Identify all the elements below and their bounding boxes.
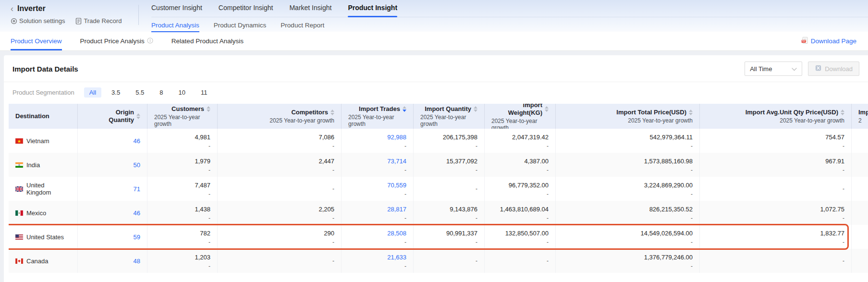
data-cell: 826,215,350.52- [556,201,700,225]
col-header-import-quantity[interactable]: Import Quantity2025 Year-to-year growth [414,104,485,129]
sort-ascending-icon [689,110,693,112]
segmentation-chip-all[interactable]: All [84,87,101,98]
data-cell: 1,832.77- [700,225,852,249]
sort-icons[interactable] [207,106,210,112]
data-cell: 1,376,779,246.00- [556,249,700,273]
cell-value: 1,463,810,689.04 [500,205,549,213]
cell-value: 96,779,352.00 [509,181,549,189]
data-cell: 21,633- [342,249,414,273]
growth-value: - [404,239,406,245]
col-header-customers[interactable]: Customers2025 Year-to-year growth [147,104,218,129]
value-link[interactable]: 59 [134,233,140,241]
table-row-united-states: United States59782-290-28,508-90,991,337… [9,225,868,249]
sort-icons[interactable] [403,106,406,112]
toolbar-tab-related-product-analysis[interactable]: Related Product Analysis [171,32,244,50]
value-link[interactable]: 46 [134,137,140,145]
col-header-competitors[interactable]: Competitors2025 Year-to-year growth [218,104,342,129]
value-link[interactable]: 70,559 [387,181,406,189]
table-row-india: India501,979-2,447-73,714-15,377,092-4,3… [9,153,868,177]
segmentation-chip-8[interactable]: 8 [154,87,168,98]
growth-value: - [547,143,549,149]
main-tab-market-insight[interactable]: Market Insight [289,4,331,12]
sort-ascending-icon [403,106,406,109]
destination-cell: Vietnam [9,129,78,153]
data-cell [852,249,868,273]
segmentation-chip-10[interactable]: 10 [173,87,190,98]
value-link[interactable]: 21,633 [387,253,406,261]
sort-ascending-icon [136,113,140,116]
toolbar-tab-product-price-analysis[interactable]: Product Price Analysis [80,32,153,50]
growth-value: - [476,186,477,192]
growth-value: - [404,215,406,221]
sort-icons[interactable] [474,106,477,112]
quick-link-solution-settings[interactable]: Solution settings [11,17,65,25]
pdf-icon: PDF [801,37,808,46]
col-header-import-trades[interactable]: Import Trades2025 Year-to-year growth [342,104,414,129]
growth-value: - [476,215,477,221]
segmentation-row: Product Segmentation All3.55.581011 [4,82,868,102]
sort-icons[interactable] [841,110,844,115]
sub-tab-product-dynamics[interactable]: Product Dynamics [214,22,267,29]
sort-descending-icon [403,110,406,112]
data-cell: 28,508- [342,225,414,249]
data-cell: 90,991,337- [414,225,485,249]
growth-value: - [208,167,210,173]
value-link[interactable]: 48 [134,257,140,265]
value-link[interactable]: 28,817 [387,205,406,213]
growth-value: - [332,143,334,149]
info-icon [147,37,153,45]
sort-ascending-icon [330,110,334,112]
data-cell: 73,714- [342,153,414,177]
cell-value: 1,072.75 [820,205,844,213]
col-header-import-total-price-usd[interactable]: Import Total Price(USD)2025 Year-to-year… [556,104,700,129]
back-icon[interactable]: ‹ [11,4,13,13]
value-link[interactable]: 50 [134,161,140,169]
column-label: Competitors [291,109,328,116]
col-header-origin-quantity[interactable]: Origin Quantity [78,104,147,129]
quick-link-trade-record[interactable]: Trade Record [75,17,122,25]
table-body: Vietnam464,981-7,086-92,988-206,175,398-… [9,129,868,273]
data-cell: 15,377,092- [414,153,485,177]
value-link[interactable]: 73,714 [387,157,406,165]
download-page-button[interactable]: PDF Download Page [801,32,856,50]
col-header-destination: Destination [9,104,78,129]
main-tab-competitor-insight[interactable]: Competitor Insight [219,4,273,12]
main-tab-customer-insight[interactable]: Customer Insight [151,4,202,12]
growth-value: - [843,143,844,149]
segmentation-chip-3-5[interactable]: 3.5 [106,87,125,98]
value-link[interactable]: 28,508 [387,229,406,237]
download-button[interactable]: Download [808,61,859,76]
data-cell [852,153,868,177]
growth-value: - [332,167,334,173]
value-link[interactable]: 92,988 [387,133,406,141]
sort-icons[interactable] [545,106,549,112]
segmentation-chip-5-5[interactable]: 5.5 [130,87,149,98]
column-label: Import Trades [359,105,400,113]
chevron-down-icon [792,65,797,73]
sort-icons[interactable] [136,113,140,119]
value-link[interactable]: 46 [134,209,140,217]
value-link[interactable]: 71 [134,185,140,193]
sort-descending-icon [330,113,334,115]
cell-value: 7,086 [318,133,334,141]
growth-value: - [843,258,844,264]
segmentation-chip-11[interactable]: 11 [196,87,213,98]
main-tab-product-insight[interactable]: Product Insight [348,4,397,12]
flag-canada-icon [15,258,23,264]
destination-cell: Mexico [9,201,78,225]
data-cell: 46 [78,129,147,153]
time-range-select[interactable]: All Time [745,61,802,76]
col-header-import-weight-kg[interactable]: Import Weight(KG)2025 Year-to-year growt… [485,104,556,129]
sort-icons[interactable] [330,110,334,115]
data-cell: 9,143,876- [414,201,485,225]
toolbar-tab-product-overview[interactable]: Product Overview [11,32,62,50]
sort-icons[interactable] [689,110,693,115]
table-row-united-kingdom: United Kingdom717,487--70,559--96,779,35… [9,177,868,201]
sub-tab-product-report[interactable]: Product Report [281,22,324,29]
quick-link-label: Solution settings [19,17,65,25]
data-cell: 48 [78,249,147,273]
col-header-import-avg-unit-qty-price-usd[interactable]: Import Avg.Unit Qty Price(USD)2025 Year-… [700,104,852,129]
sub-tab-product-analysis[interactable]: Product Analysis [151,22,199,29]
cell-value: 15,377,092 [446,157,477,165]
data-cell: - [218,249,342,273]
